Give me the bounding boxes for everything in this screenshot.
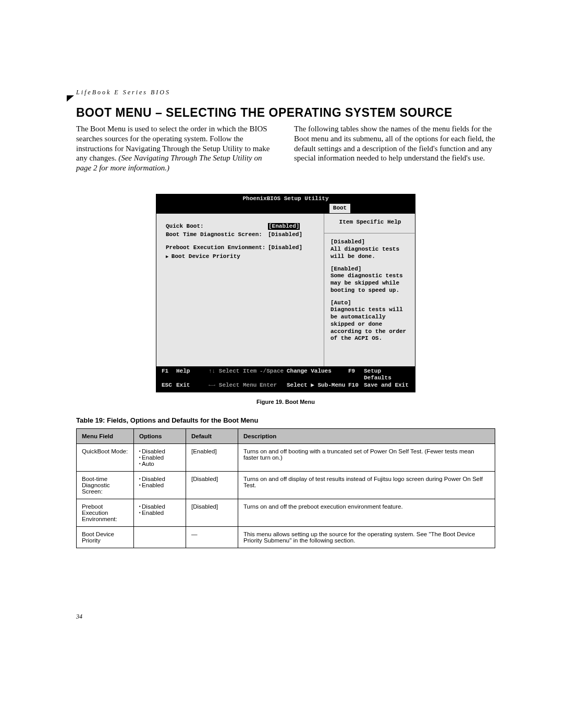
intro-col-right: The following tables show the names of t… [294,124,495,173]
fields-table: Menu Field Options Default Description Q… [76,428,495,548]
bios-help-title: Item Specific Help [331,219,410,226]
option-item: Enabled [139,482,180,488]
footer-label-exit: Exit [176,382,209,389]
th-default: Default [186,428,238,443]
footer-label-select-item: Select Item [219,368,257,374]
bios-footer: F1 Help ↑↓ Select Item -/Space Change Va… [156,366,415,392]
footer-key-enter: Enter [260,382,287,389]
corner-arrow-icon [67,95,76,104]
cell-options: DisabledEnabledAuto [134,443,186,471]
option-item: Disabled [139,448,180,454]
page-title: BOOT MENU – SELECTING THE OPERATING SYST… [76,106,495,120]
footer-key-f10: F10 [348,382,364,389]
header-label: LifeBook E Series BIOS [76,89,495,96]
footer-key-esc: ESC [162,382,176,389]
bios-left-panel: Quick Boot: [Enabled] Boot Time Diagnost… [156,214,324,366]
cell-description: This menu allows setting up the source f… [238,526,495,548]
footer-key-updown: ↑↓ [209,368,215,374]
intro-columns: The Boot Menu is used to select the orde… [76,124,495,173]
bios-field-diag: Boot Time Diagnostic Screen: [Disabled] [166,231,319,239]
bios-field-quickboot: Quick Boot: [Enabled] [166,223,319,230]
table-row: Boot-time Diagnostic Screen:DisabledEnab… [77,471,495,499]
bios-field-value: [Disabled] [268,231,302,239]
table-row: QuickBoot Mode:DisabledEnabledAuto[Enabl… [77,443,495,471]
bios-submenu-boot-priority: Boot Device Priority [166,253,319,261]
table-caption: Table 19: Fields, Options and Defaults f… [76,416,495,424]
cell-default: [Enabled] [186,443,238,471]
intro-col-left: The Boot Menu is used to select the orde… [76,124,277,173]
bios-screenshot: PhoenixBIOS Setup Utility Boot Quick Boo… [156,194,415,392]
cell-menu-field: Preboot Execution Environment: [77,499,134,526]
cell-description: Turns on and off the preboot execution e… [238,499,495,526]
page-number: 34 [76,613,82,621]
footer-key-leftright: ←→ [209,382,215,388]
option-item: Enabled [139,510,180,516]
figure-caption: Figure 19. Boot Menu [76,399,495,405]
option-item: Enabled [139,454,180,461]
bios-help-para: [Auto] Diagnostic tests will be automati… [331,300,410,343]
cell-description: Turns on and off booting with a truncate… [238,443,495,471]
bios-field-label: Preboot Execution Envionment: [166,244,268,252]
footer-label-select-menu: Select Menu [219,382,257,388]
bios-help-para: [Enabled] Some diagnostic tests may be s… [331,266,410,294]
th-menu-field: Menu Field [77,428,134,443]
footer-label-save-exit: Save and Exit [364,382,409,389]
option-item: Disabled [139,503,180,510]
footer-label-setup-defaults: Setup Defaults [364,368,410,382]
table-row: Preboot Execution Environment:DisabledEn… [77,499,495,526]
option-item: Disabled [139,476,180,482]
bios-title: PhoenixBIOS Setup Utility [156,194,415,204]
bios-field-pxe: Preboot Execution Envionment: [Disabled] [166,244,319,252]
bios-field-value: [Enabled] [268,223,300,230]
option-item: Auto [139,461,180,467]
cell-default: [Disabled] [186,471,238,499]
cell-description: Turns on and off display of test results… [238,471,495,499]
footer-key-f1: F1 [162,368,176,382]
bios-help-panel: Item Specific Help [Disabled] All diagno… [324,214,415,366]
bios-tab-bar: Boot [156,204,415,213]
cell-menu-field: Boot-time Diagnostic Screen: [77,471,134,499]
cell-default: — [186,526,238,548]
bios-field-label: Boot Time Diagnostic Screen: [166,231,268,239]
th-options: Options [134,428,186,443]
cell-default: [Disabled] [186,499,238,526]
footer-label-select-submenu: Select ▶ Sub-Menu [287,382,348,389]
svg-marker-0 [67,95,74,102]
table-row: Boot Device Priority—This menu allows se… [77,526,495,548]
footer-label-change-values: Change Values [287,368,348,382]
cell-menu-field: Boot Device Priority [77,526,134,548]
bios-tab-boot: Boot [329,204,350,213]
table-header-row: Menu Field Options Default Description [77,428,495,443]
footer-label-help: Help [176,368,209,382]
footer-key-space: -/Space [260,368,287,382]
bios-help-para: [Disabled] All diagnostic tests will be … [331,239,410,260]
bios-field-value: [Disabled] [268,244,302,252]
footer-key-f9: F9 [348,368,364,382]
bios-field-label: Quick Boot: [166,223,268,230]
cell-options: DisabledEnabled [134,499,186,526]
cell-options [134,526,186,548]
th-description: Description [238,428,495,443]
cell-menu-field: QuickBoot Mode: [77,443,134,471]
cell-options: DisabledEnabled [134,471,186,499]
